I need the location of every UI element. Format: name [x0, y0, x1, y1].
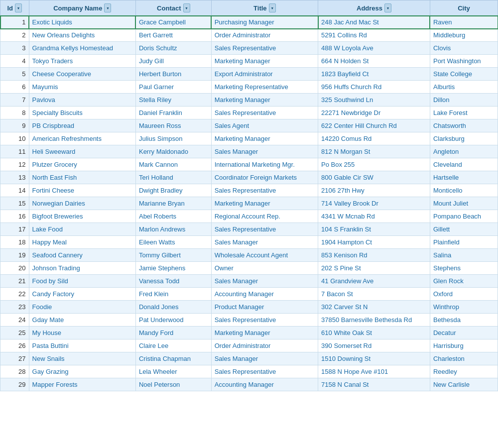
cell-company: Exotic Liquids: [29, 16, 135, 29]
cell-id: 3: [0, 42, 29, 55]
table-row[interactable]: 16Bigfoot BreweriesAbel RobertsRegional …: [0, 210, 498, 223]
table-row[interactable]: 10American RefreshmentsJulius SimpsonMar…: [0, 132, 498, 145]
cell-company: Gday Mate: [29, 314, 135, 327]
cell-title: Sales Representative: [211, 365, 318, 378]
table-row[interactable]: 28Gay GrazingLela WheelerSales Represent…: [0, 365, 498, 378]
cell-company: Tokyo Traders: [29, 55, 135, 68]
table-row[interactable]: 2New Orleans DelightsBert GarrettOrder A…: [0, 29, 498, 42]
table-row[interactable]: 12Plutzer GroceryMark CannonInternationa…: [0, 158, 498, 171]
cell-city: Charleston: [430, 352, 498, 365]
cell-company: Candy Factory: [29, 288, 135, 301]
cell-id: 8: [0, 107, 29, 119]
cell-company: Foodie: [29, 301, 135, 314]
cell-title: Sales Manager: [211, 275, 318, 288]
cell-id: 13: [0, 171, 29, 184]
cell-contact: Jamie Stephens: [135, 262, 211, 275]
sort-contact-button[interactable]: [183, 3, 190, 12]
table-row[interactable]: 18Happy MealEileen WattsSales Manager190…: [0, 236, 498, 249]
cell-id: 10: [0, 132, 29, 145]
cell-city: Port Washington: [430, 55, 498, 68]
cell-id: 20: [0, 262, 29, 275]
cell-contact: Noel Peterson: [135, 378, 211, 391]
cell-contact: Maureen Ross: [135, 119, 211, 132]
cell-contact: Donald Jones: [135, 301, 211, 314]
table-row[interactable]: 27New SnailsCristina ChapmanSales Manage…: [0, 352, 498, 365]
table-row[interactable]: 7PavlovaStella RileyMarketing Manager325…: [0, 94, 498, 107]
cell-company: Grandma Kellys Homestead: [29, 42, 135, 55]
table-row[interactable]: 22Candy FactoryFred KleinAccounting Mana…: [0, 288, 498, 301]
cell-address: 390 Somerset Rd: [318, 339, 430, 352]
table-row[interactable]: 20Johnson TradingJamie StephensOwner202 …: [0, 262, 498, 275]
cell-contact: Eileen Watts: [135, 236, 211, 249]
table-row[interactable]: 13North East FishTeri HollandCoordinator…: [0, 171, 498, 184]
cell-contact: Mark Cannon: [135, 158, 211, 171]
table-row[interactable]: 26Pasta ButtiniClaire LeeOrder Administr…: [0, 339, 498, 352]
table-row[interactable]: 14Fortini CheeseDwight BradleySales Repr…: [0, 184, 498, 197]
cell-company: Gay Grazing: [29, 365, 135, 378]
cell-city: Glen Rock: [430, 275, 498, 288]
cell-id: 1: [0, 16, 29, 29]
sort-company-button[interactable]: [104, 3, 111, 12]
cell-company: Food by Sild: [29, 275, 135, 288]
cell-title: Wholesale Account Agent: [211, 249, 318, 262]
sort-title-button[interactable]: [269, 3, 276, 12]
cell-id: 26: [0, 339, 29, 352]
table-row[interactable]: 17Lake FoodMarlon AndrewsSales Represent…: [0, 223, 498, 236]
cell-address: 104 S Franklin St: [318, 223, 430, 236]
cell-title: Sales Manager: [211, 352, 318, 365]
cell-title: Marketing Manager: [211, 55, 318, 68]
table-row[interactable]: 6MayumisPaul GarnerMarketing Representat…: [0, 81, 498, 94]
sort-id-button[interactable]: [15, 3, 22, 12]
cell-title: Accounting Manager: [211, 288, 318, 301]
cell-title: Accounting Manager: [211, 378, 318, 391]
table-row[interactable]: 19Seafood CanneryTommy GilbertWholesale …: [0, 249, 498, 262]
cell-title: Export Administrator: [211, 68, 318, 81]
sort-address-button[interactable]: [384, 3, 391, 12]
table-row[interactable]: 5Cheese CooperativeHerbert BurtonExport …: [0, 68, 498, 81]
table-row[interactable]: 8Specialty BiscuitsDaniel FranklinSales …: [0, 107, 498, 119]
col-header-city: City: [430, 0, 498, 16]
table-row[interactable]: 21Food by SildVanessa ToddSales Manager4…: [0, 275, 498, 288]
cell-city: Gillett: [430, 223, 498, 236]
col-title-label: Title: [253, 4, 267, 12]
table-row[interactable]: 15Norwegian DairiesMarianne BryanMarketi…: [0, 197, 498, 210]
table-row[interactable]: 25My HouseMandy FordMarketing Manager610…: [0, 327, 498, 339]
cell-city: Raven: [430, 16, 498, 29]
cell-city: Salina: [430, 249, 498, 262]
cell-title: Sales Representative: [211, 223, 318, 236]
table-row[interactable]: 9PB CrispbreadMaureen RossSales Agent622…: [0, 119, 498, 132]
cell-contact: Dwight Bradley: [135, 184, 211, 197]
cell-address: Po Box 255: [318, 158, 430, 171]
cell-company: Plutzer Grocery: [29, 158, 135, 171]
cell-company: New Orleans Delights: [29, 29, 135, 42]
table-row[interactable]: 4Tokyo TradersJudy GillMarketing Manager…: [0, 55, 498, 68]
cell-address: 325 Southwind Ln: [318, 94, 430, 107]
cell-address: 202 S Pine St: [318, 262, 430, 275]
table-row[interactable]: 29Mapper ForestsNoel PetersonAccounting …: [0, 378, 498, 391]
cell-contact: Tommy Gilbert: [135, 249, 211, 262]
col-header-title: Title: [211, 0, 318, 16]
cell-id: 27: [0, 352, 29, 365]
col-id-label: Id: [7, 4, 13, 12]
table-row[interactable]: 24Gday MatePat UnderwoodSales Representa…: [0, 314, 498, 327]
cell-address: 664 N Holden St: [318, 55, 430, 68]
cell-city: State College: [430, 68, 498, 81]
cell-company: Seafood Cannery: [29, 249, 135, 262]
cell-contact: Paul Garner: [135, 81, 211, 94]
cell-id: 14: [0, 184, 29, 197]
cell-id: 25: [0, 327, 29, 339]
cell-id: 5: [0, 68, 29, 81]
cell-address: 622 Center Hill Church Rd: [318, 119, 430, 132]
cell-city: Clarksburg: [430, 132, 498, 145]
table-row[interactable]: 11Heli SweewardKerry MaldonadoSales Mana…: [0, 145, 498, 158]
table-row[interactable]: 1Exotic LiquidsGrace CampbellPurchasing …: [0, 16, 498, 29]
table-row[interactable]: 3Grandma Kellys HomesteadDoris SchultzSa…: [0, 42, 498, 55]
cell-city: Plainfield: [430, 236, 498, 249]
cell-title: Product Manager: [211, 301, 318, 314]
table-row[interactable]: 23FoodieDonald JonesProduct Manager302 C…: [0, 301, 498, 314]
col-contact-label: Contact: [157, 4, 181, 12]
cell-id: 19: [0, 249, 29, 262]
cell-city: New Carlisle: [430, 378, 498, 391]
cell-address: 1823 Bayfield Ct: [318, 68, 430, 81]
cell-address: 853 Kenison Rd: [318, 249, 430, 262]
